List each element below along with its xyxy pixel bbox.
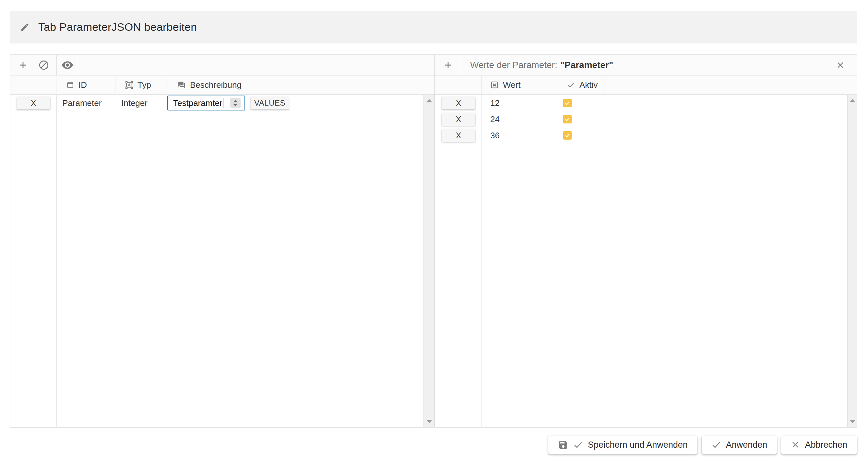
aktiv-checkbox[interactable] [563,99,571,107]
save-and-apply-label: Speichern und Anwenden [588,440,688,450]
cell-parameter-typ: Integer [121,95,148,111]
format-shapes-icon [125,81,133,89]
right-table-body: X 12 X 24 X 36 [435,95,857,427]
scroll-down-icon[interactable] [849,420,855,423]
beschreibung-input-value: Testparamter [173,98,222,108]
text-caret [223,98,223,108]
cell-wert: 24 [490,111,500,127]
delete-value-button[interactable]: X [442,97,475,109]
aktiv-checkbox[interactable] [563,115,571,124]
left-toolbar-cell-1 [10,55,57,75]
parameter-editor: ID Typ Beschreibung X Parameter Integer [10,55,857,428]
column-label-beschreibung: Beschreibung [190,80,242,90]
delete-value-button[interactable]: X [442,113,475,126]
column-header-aktiv: Aktiv [558,75,604,94]
cell-wert: 12 [490,95,500,111]
dialog-title: Tab ParameterJSON bearbeiten [38,21,197,33]
values-title-prefix: Werte der Parameter: [470,60,557,70]
table-row: X 36 [435,127,857,143]
edit-pencil-icon [20,22,30,32]
beschreibung-input[interactable]: Testparamter [167,96,245,110]
add-value-icon[interactable] [443,60,454,71]
cell-wert: 36 [490,127,500,143]
column-label-typ: Typ [137,80,151,90]
column-header-delete [10,75,56,94]
values-panel: Werte der Parameter: "Parameter" Wert Ak… [435,55,857,427]
scroll-down-icon[interactable] [426,420,432,423]
checkmark-icon [573,440,583,450]
column-header-spacer [245,75,434,94]
values-button[interactable]: VALUES [251,97,289,109]
close-values-panel-button[interactable] [836,60,845,70]
column-header-beschreibung: Beschreibung [168,75,245,94]
checkmark-icon [711,440,721,450]
check-icon [567,81,575,89]
page: { "dialog": { "title": "Tab ParameterJSO… [0,0,868,460]
table-row: X 12 [435,95,857,111]
cancel-label: Abbrechen [805,440,847,450]
aktiv-checkbox[interactable] [563,131,571,140]
table-row: X 24 [435,111,857,127]
card-icon [66,81,74,89]
scroll-up-icon[interactable] [849,99,855,102]
column-label-aktiv: Aktiv [580,80,597,90]
number-icon [490,81,499,89]
column-header-typ: Typ [116,75,168,94]
delete-value-button[interactable]: X [442,129,475,142]
column-header-spacer [604,75,857,94]
dialog-footer: Speichern und Anwenden Anwenden Abbreche… [548,436,857,454]
apply-label: Anwenden [726,440,768,450]
right-toolbar: Werte der Parameter: "Parameter" [435,55,857,75]
delete-parameter-button[interactable]: X [17,97,50,109]
left-column-headers: ID Typ Beschreibung [10,75,434,95]
spinner-up-icon[interactable] [233,100,238,102]
dialog-header: Tab ParameterJSON bearbeiten [10,11,857,43]
left-toolbar [10,55,434,75]
left-table-body: X Parameter Integer Testparamter VALUES [10,95,434,427]
apply-button[interactable]: Anwenden [702,436,777,454]
forum-icon [178,81,186,89]
values-panel-title: Werte der Parameter: "Parameter" [470,55,613,75]
add-parameter-icon[interactable] [18,60,29,71]
cell-parameter-id: Parameter [62,95,101,111]
column-label-wert: Wert [503,80,520,90]
x-icon [791,440,800,449]
column-header-wert: Wert [482,75,558,94]
right-column-headers: Wert Aktiv [435,75,857,95]
cancel-button[interactable]: Abbrechen [781,436,857,454]
block-icon[interactable] [38,60,49,71]
table-row: X Parameter Integer Testparamter VALUES [10,95,434,111]
values-title-parameter: "Parameter" [560,60,614,70]
floppy-disk-icon [558,439,568,450]
right-toolbar-cell-1 [435,55,461,75]
save-and-apply-button[interactable]: Speichern und Anwenden [548,436,698,454]
right-vertical-scrollbar[interactable] [847,95,857,427]
spinner-down-icon[interactable] [233,104,238,106]
left-vertical-scrollbar[interactable] [424,95,434,427]
parameter-table-panel: ID Typ Beschreibung X Parameter Integer [10,55,435,427]
column-header-delete-value [435,75,482,94]
left-toolbar-cell-2 [57,55,78,75]
scroll-up-icon[interactable] [426,99,432,102]
number-spinner[interactable] [230,98,241,108]
column-header-id: ID [56,75,116,94]
column-label-id: ID [79,80,87,90]
eye-icon[interactable] [61,59,73,71]
